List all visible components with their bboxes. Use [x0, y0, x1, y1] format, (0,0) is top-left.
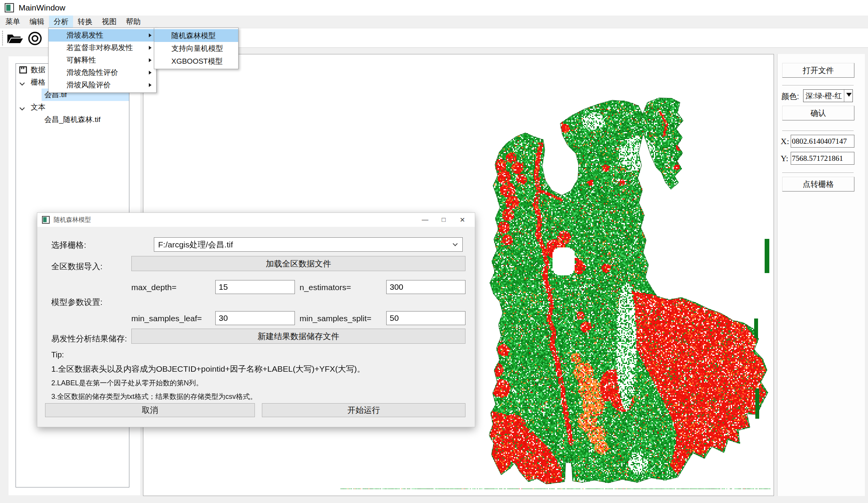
open-file-button[interactable]: 打开文件 [782, 63, 854, 78]
run-button[interactable]: 开始运行 [262, 403, 465, 417]
dataset-icon [19, 66, 27, 76]
max-depth-input[interactable] [215, 280, 295, 294]
right-control-panel: 打开文件 颜色: 深:绿-橙-红 确认 X: Y: 点转栅格 [777, 54, 865, 496]
minimize-icon[interactable]: — [416, 213, 434, 227]
dropdown-arrow-icon [846, 93, 852, 97]
menu-caidan[interactable]: 菜单 [1, 16, 25, 28]
preview-button[interactable] [26, 31, 44, 46]
menu-bangzhu[interactable]: 帮助 [121, 16, 145, 28]
menu-item-semi-supervised[interactable]: 若监督非对称易发性 [49, 42, 156, 54]
confirm-button[interactable]: 确认 [782, 106, 854, 120]
min-samples-split-input[interactable] [386, 311, 465, 325]
y-coordinate-input[interactable] [791, 152, 854, 165]
menu-fenxi[interactable]: 分析 [49, 16, 73, 28]
menu-bar: 菜单 编辑 分析 转换 视图 帮助 [1, 16, 145, 28]
n-estimators-input[interactable] [386, 280, 465, 294]
create-result-file-button[interactable]: 新建结果数据储存文件 [131, 329, 465, 344]
title-bar: MainWindow [0, 0, 868, 16]
tip-line-2: 2.LABEL是在第一个因子处从零开始数的第N列。 [51, 378, 203, 388]
app-window-icon [5, 3, 14, 12]
tip-line-1: 1.全区数据表头以及内容成为OBJECTID+pointid+因子名称+LABE… [51, 364, 365, 374]
menu-shitu[interactable]: 视图 [97, 16, 121, 28]
submenu-arrow-icon [149, 71, 152, 75]
eye-icon [27, 31, 43, 46]
dialog-title-bar[interactable]: 随机森林模型 — □ ✕ [37, 213, 475, 227]
min-samples-leaf-input[interactable] [215, 311, 295, 325]
menu-item-interpretability[interactable]: 可解释性 [49, 54, 156, 66]
submenu-arrow-icon [149, 33, 152, 37]
chevron-down-icon [453, 241, 458, 246]
tip-line-3: 3.全区数据的储存类型为txt格式；结果数据的存储类型为csv格式。 [51, 392, 257, 401]
toolbar-drag-handle[interactable] [2, 30, 4, 46]
min-samples-leaf-label: min_samples_leaf= [131, 314, 202, 323]
raster-path-value: F:/arcgis处理/会昌.tif [158, 240, 233, 249]
raster-select-combobox[interactable]: F:/arcgis处理/会昌.tif [154, 237, 463, 252]
main-window: MainWindow 菜单 编辑 分析 转换 视图 帮助 [0, 0, 868, 503]
open-folder-icon [6, 32, 23, 45]
max-depth-label: max_depth= [131, 283, 176, 292]
raster-select-label: 选择栅格: [51, 240, 86, 251]
menu-item-risk-evaluation[interactable]: 滑坡风险评价 [49, 79, 156, 91]
params-label: 模型参数设置: [51, 297, 103, 308]
random-forest-dialog: 随机森林模型 — □ ✕ 选择栅格: F:/arcgis处理/会昌.tif 全区… [37, 212, 475, 427]
y-label: Y: [781, 153, 788, 164]
tree-group-text[interactable]: 文本 [16, 101, 129, 113]
close-icon[interactable]: ✕ [453, 213, 472, 227]
color-scheme-value: 深:绿-橙-红 [805, 92, 842, 100]
x-label: X: [781, 136, 789, 146]
dialog-title: 随机森林模型 [54, 216, 91, 224]
menu-item-hazard-evaluation[interactable]: 滑坡危险性评价 [49, 66, 156, 79]
submenu-item-xgboost[interactable]: XGBOOST模型 [154, 55, 238, 68]
menu-zhuanhuan[interactable]: 转换 [73, 16, 97, 28]
submenu-item-random-forest[interactable]: 随机森林模型 [154, 29, 238, 42]
maximize-icon[interactable]: □ [434, 213, 453, 227]
tree-item-huichang-rf-tif[interactable]: 会昌_随机森林.tif [16, 113, 129, 126]
divider [782, 172, 854, 173]
submenu-item-svm[interactable]: 支持向量机模型 [154, 42, 238, 55]
window-title: MainWindow [19, 3, 65, 12]
load-region-data-button[interactable]: 加载全区数据文件 [131, 256, 465, 271]
submenu-arrow-icon [149, 83, 152, 87]
color-scheme-select[interactable]: 深:绿-橙-红 [803, 89, 853, 102]
n-estimators-label: n_estimators= [300, 283, 351, 292]
color-label: 颜色: [781, 91, 799, 102]
result-save-label: 易发性分析结果储存: [51, 333, 127, 344]
model-submenu: 随机森林模型 支持向量机模型 XGBOOST模型 [154, 28, 239, 69]
tip-heading: Tip: [51, 350, 64, 359]
chevron-down-icon[interactable] [19, 104, 25, 113]
submenu-arrow-icon [149, 58, 152, 62]
chevron-down-icon[interactable] [19, 80, 25, 88]
import-label: 全区数据导入: [51, 261, 103, 272]
analysis-menu-popup: 滑坡易发性 若监督非对称易发性 可解释性 滑坡危险性评价 滑坡风险评价 [48, 28, 157, 93]
divider [782, 131, 854, 131]
dialog-window-icon [42, 216, 50, 224]
menu-bianji[interactable]: 编辑 [25, 16, 49, 28]
open-folder-button[interactable] [5, 31, 24, 46]
min-samples-split-label: min_samples_split= [300, 314, 371, 323]
x-coordinate-input[interactable] [791, 135, 854, 148]
divider [782, 85, 854, 85]
point-to-raster-button[interactable]: 点转栅格 [782, 177, 854, 191]
submenu-arrow-icon [149, 46, 152, 50]
cancel-button[interactable]: 取消 [45, 403, 255, 417]
menu-item-landslide-susceptibility[interactable]: 滑坡易发性 [49, 29, 156, 42]
